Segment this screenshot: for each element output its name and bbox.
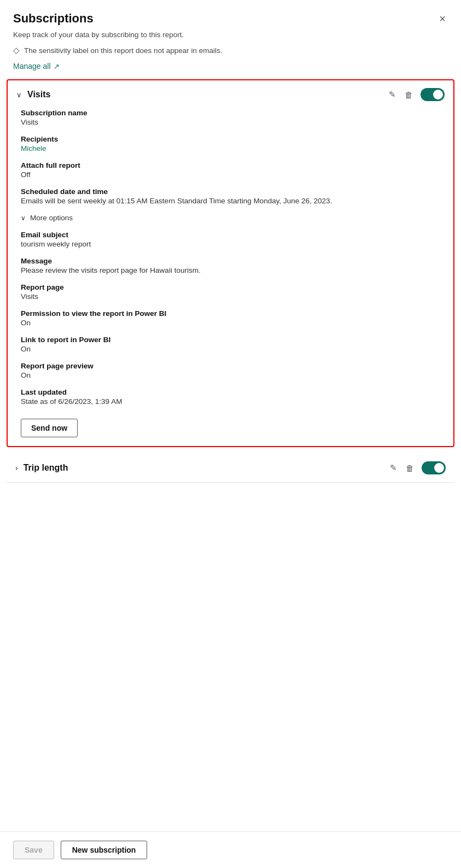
link-label: Link to report in Power BI <box>21 336 440 344</box>
recipients-field: Recipients Michele <box>21 135 440 153</box>
manage-all-label: Manage all <box>13 62 51 71</box>
trip-length-header-left: › Trip length <box>15 463 68 473</box>
visits-card-title: Visits <box>27 90 50 99</box>
panel-header: Subscriptions × <box>0 0 461 31</box>
last-updated-field: Last updated State as of 6/26/2023, 1:39… <box>21 388 440 406</box>
message-label: Message <box>21 257 440 265</box>
more-options-chevron-icon: ∨ <box>21 214 26 222</box>
report-page-field: Report page Visits <box>21 283 440 301</box>
email-subject-label: Email subject <box>21 231 440 239</box>
attach-report-value: Off <box>21 171 440 179</box>
panel-title: Subscriptions <box>13 11 94 26</box>
last-updated-value: State as of 6/26/2023, 1:39 AM <box>21 397 440 406</box>
link-value: On <box>21 345 440 353</box>
panel-subtitle: Keep track of your data by subscribing t… <box>0 31 461 43</box>
visits-edit-button[interactable]: ✎ <box>388 89 397 101</box>
more-options-label: More options <box>30 214 73 222</box>
visits-chevron-down-icon[interactable]: ∨ <box>16 91 22 99</box>
subscription-name-value: Visits <box>21 118 440 126</box>
last-updated-label: Last updated <box>21 388 440 396</box>
trip-length-toggle[interactable] <box>422 461 446 474</box>
subscription-name-field: Subscription name Visits <box>21 109 440 126</box>
close-button[interactable]: × <box>437 11 448 26</box>
trip-length-card-header: › Trip length ✎ 🗑 <box>7 454 454 482</box>
manage-all-link[interactable]: Manage all ↗ <box>13 62 60 71</box>
attach-report-label: Attach full report <box>21 161 440 169</box>
scheduled-value: Emails will be sent weekly at 01:15 AM E… <box>21 197 440 205</box>
permission-field: Permission to view the report in Power B… <box>21 309 440 327</box>
sensitivity-row: ◇ The sensitivity label on this report d… <box>0 43 461 60</box>
recipients-label: Recipients <box>21 135 440 143</box>
scheduled-label: Scheduled date and time <box>21 187 440 196</box>
recipients-value: Michele <box>21 144 440 153</box>
visits-toggle[interactable] <box>421 88 445 101</box>
permission-value: On <box>21 319 440 327</box>
shield-icon: ◇ <box>13 45 20 55</box>
trip-length-toggle-slider <box>422 461 446 474</box>
email-subject-field: Email subject tourism weekly report <box>21 231 440 248</box>
preview-field: Report page preview On <box>21 362 440 379</box>
report-page-value: Visits <box>21 292 440 301</box>
subscription-name-label: Subscription name <box>21 109 440 117</box>
visits-card-body: Subscription name Visits Recipients Mich… <box>8 109 453 406</box>
link-field: Link to report in Power BI On <box>21 336 440 353</box>
visits-subscription-card: ∨ Visits ✎ 🗑 Subscription name Visits Re… <box>7 79 454 447</box>
message-field: Message Please review the visits report … <box>21 257 440 274</box>
visits-delete-button[interactable]: 🗑 <box>404 89 414 101</box>
trip-length-edit-button[interactable]: ✎ <box>389 462 398 474</box>
report-page-label: Report page <box>21 283 440 291</box>
permission-label: Permission to view the report in Power B… <box>21 309 440 318</box>
sensitivity-text: The sensitivity label on this report doe… <box>24 46 222 55</box>
email-subject-value: tourism weekly report <box>21 240 440 248</box>
bottom-bar: Save New subscription <box>0 831 461 868</box>
preview-label: Report page preview <box>21 362 440 370</box>
trip-length-header-right: ✎ 🗑 <box>389 461 446 474</box>
visits-card-header-right: ✎ 🗑 <box>388 88 445 101</box>
preview-value: On <box>21 371 440 379</box>
manage-all-row: Manage all ↗ <box>0 60 461 79</box>
save-button: Save <box>13 841 54 859</box>
visits-card-header-left: ∨ Visits <box>16 90 50 99</box>
new-subscription-button[interactable]: New subscription <box>61 841 148 859</box>
scheduled-field: Scheduled date and time Emails will be s… <box>21 187 440 205</box>
message-value: Please review the visits report page for… <box>21 266 440 274</box>
trip-length-chevron-right-icon[interactable]: › <box>15 464 18 472</box>
visits-toggle-slider <box>421 88 445 101</box>
trip-length-card-title: Trip length <box>24 463 68 473</box>
send-now-button[interactable]: Send now <box>21 419 78 437</box>
subscriptions-panel: Subscriptions × Keep track of your data … <box>0 0 461 868</box>
trip-length-card: › Trip length ✎ 🗑 <box>7 454 454 483</box>
trip-length-delete-button[interactable]: 🗑 <box>405 462 415 474</box>
external-link-icon: ↗ <box>54 62 60 71</box>
more-options-row[interactable]: ∨ More options <box>21 214 440 222</box>
attach-report-field: Attach full report Off <box>21 161 440 179</box>
visits-card-header: ∨ Visits ✎ 🗑 <box>8 80 453 109</box>
